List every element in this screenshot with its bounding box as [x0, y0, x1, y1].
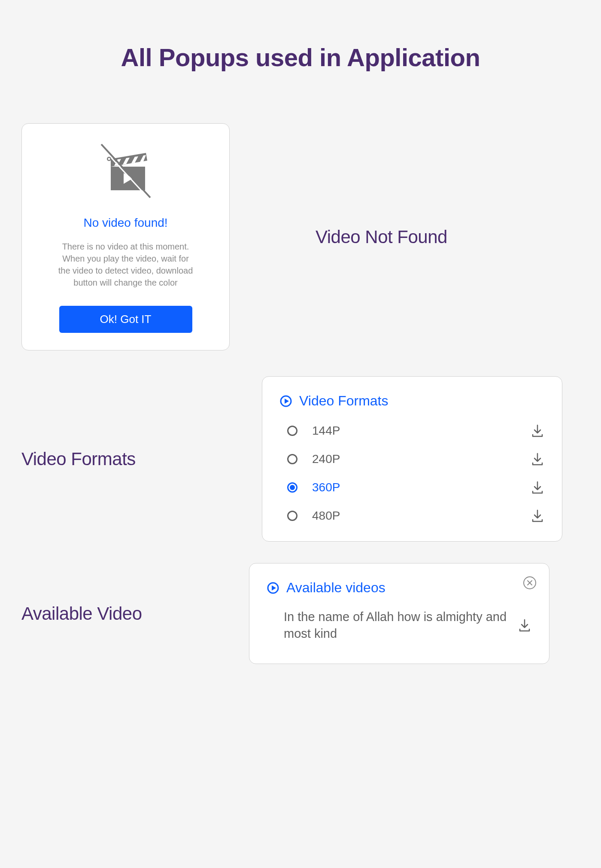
play-circle-icon — [279, 395, 292, 408]
download-icon[interactable] — [517, 618, 532, 633]
play-circle-icon — [267, 582, 279, 594]
format-label: 480P — [306, 509, 522, 523]
format-option-240p[interactable]: 240P — [279, 447, 545, 472]
available-videos-header: Available videos — [286, 580, 385, 596]
available-video-item[interactable]: In the name of Allah how is almighty and… — [267, 609, 532, 642]
format-label: 240P — [306, 452, 522, 466]
svg-point-10 — [108, 158, 110, 160]
video-formats-header: Video Formats — [299, 393, 389, 409]
format-option-144p[interactable]: 144P — [279, 418, 545, 443]
format-list: 144P 240P 360P — [279, 418, 545, 528]
svg-marker-12 — [285, 399, 289, 404]
download-icon[interactable] — [530, 423, 545, 438]
format-option-360p[interactable]: 360P — [279, 475, 545, 500]
section-label-video-not-found: Video Not Found — [316, 227, 580, 247]
format-label: 144P — [306, 424, 522, 438]
format-option-480p[interactable]: 480P — [279, 503, 545, 528]
format-label: 360P — [306, 481, 522, 494]
ok-got-it-button[interactable]: Ok! Got IT — [59, 306, 192, 333]
close-icon[interactable] — [523, 576, 536, 589]
radio-icon — [287, 426, 297, 436]
download-icon[interactable] — [530, 509, 545, 523]
section-label-video-formats: Video Formats — [21, 449, 228, 469]
download-icon[interactable] — [530, 480, 545, 495]
svg-marker-14 — [272, 585, 276, 591]
no-video-title: No video found! — [35, 216, 216, 230]
radio-icon — [287, 454, 297, 464]
no-video-clapper-icon — [35, 141, 216, 201]
radio-icon — [287, 482, 297, 493]
radio-icon — [287, 511, 297, 521]
section-label-available-video: Available Video — [21, 603, 228, 624]
download-icon[interactable] — [530, 452, 545, 466]
video-formats-popup: Video Formats 144P 240P — [262, 376, 562, 542]
page-title: All Popups used in Application — [0, 0, 601, 72]
available-videos-popup: Available videos In the name of Allah ho… — [249, 563, 549, 664]
no-video-description: There is no video at this moment. When y… — [57, 241, 194, 289]
no-video-popup: No video found! There is no video at thi… — [21, 123, 230, 350]
video-item-title: In the name of Allah how is almighty and… — [284, 609, 517, 642]
